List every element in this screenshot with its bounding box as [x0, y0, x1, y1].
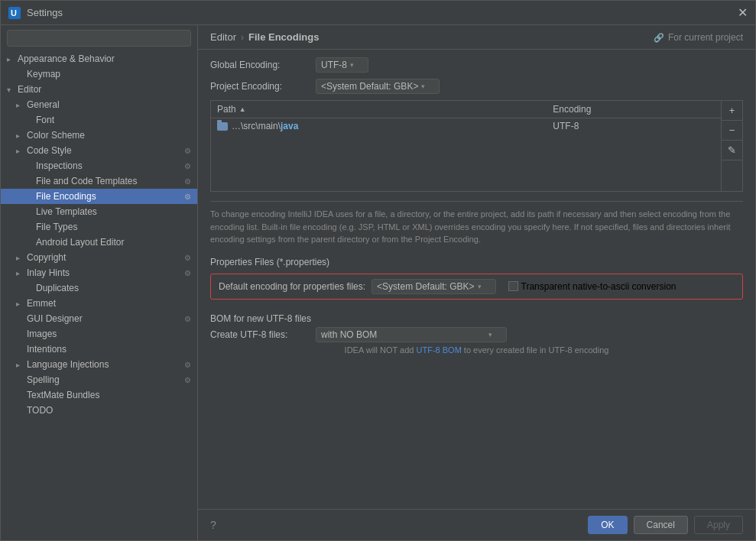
- default-encoding-dropdown[interactable]: <System Default: GBK> ▾: [372, 279, 495, 294]
- breadcrumb-current: File Encodings: [248, 31, 319, 43]
- table-cell-path: …\src\main\java: [211, 118, 547, 134]
- lang-inject-icon: ⚙: [184, 361, 191, 369]
- expand-arrow-code-style: [16, 147, 24, 155]
- sidebar-item-todo[interactable]: TODO: [1, 403, 197, 418]
- properties-box: Default encoding for properties files: <…: [210, 274, 743, 300]
- sidebar-item-label: File Encodings: [36, 191, 96, 202]
- gui-designer-icon: ⚙: [184, 315, 191, 323]
- search-input[interactable]: [7, 30, 191, 47]
- help-button[interactable]: ?: [210, 519, 216, 531]
- sidebar-item-images[interactable]: Images: [1, 326, 197, 342]
- sidebar-item-label: Emmet: [27, 298, 56, 309]
- sidebar-item-editor[interactable]: Editor: [1, 82, 197, 97]
- expand-arrow-appearance: [7, 55, 15, 63]
- project-encoding-value: <System Default: GBK>: [321, 81, 418, 92]
- sidebar-item-label: File Types: [36, 222, 77, 232]
- default-encoding-arrow: ▾: [478, 283, 482, 290]
- global-encoding-label: Global Encoding:: [210, 60, 310, 70]
- table-cell-encoding: UTF-8: [547, 118, 721, 134]
- table-header: Path ▲ Encoding: [211, 101, 721, 118]
- app-icon: U: [8, 7, 21, 19]
- file-encodings-icon: ⚙: [184, 193, 191, 201]
- sidebar-item-file-encodings[interactable]: File Encodings ⚙: [1, 189, 197, 204]
- sidebar-item-gui-designer[interactable]: GUI Designer ⚙: [1, 311, 197, 326]
- sidebar-item-file-code-templates[interactable]: File and Code Templates ⚙: [1, 173, 197, 189]
- ok-button[interactable]: OK: [588, 516, 627, 534]
- sidebar-item-color-scheme[interactable]: Color Scheme: [1, 128, 197, 143]
- sidebar-item-file-types[interactable]: File Types: [1, 219, 197, 235]
- expand-arrow-inlay-hints: [16, 269, 24, 277]
- default-encoding-value: <System Default: GBK>: [377, 281, 474, 292]
- sidebar-item-code-style[interactable]: Code Style ⚙: [1, 143, 197, 158]
- global-encoding-dropdown[interactable]: UTF-8 ▾: [316, 57, 368, 73]
- dialog-body: Appearance & Behavior Keymap Editor Gene…: [1, 25, 755, 540]
- encoding-table-container: Path ▲ Encoding …\src\main\java: [210, 100, 743, 192]
- create-utf8-dropdown[interactable]: with NO BOM ▾: [316, 327, 507, 342]
- sidebar-item-intentions[interactable]: Intentions: [1, 342, 197, 357]
- col-path-header: Path ▲: [211, 101, 547, 118]
- bom-link[interactable]: UTF-8 BOM: [417, 345, 462, 355]
- add-button[interactable]: +: [722, 101, 742, 121]
- sidebar-item-label: Appearance & Behavior: [18, 53, 115, 64]
- project-encoding-label: Project Encoding:: [210, 81, 310, 92]
- create-utf8-label: Create UTF-8 files:: [210, 329, 310, 340]
- edit-button[interactable]: ✎: [722, 141, 742, 160]
- sidebar-item-inlay-hints[interactable]: Inlay Hints ⚙: [1, 265, 197, 280]
- breadcrumb-separator: ›: [241, 32, 244, 43]
- sidebar-item-appearance[interactable]: Appearance & Behavior: [1, 51, 197, 66]
- for-current-project-link[interactable]: 🔗 For current project: [654, 32, 743, 43]
- sidebar-item-duplicates[interactable]: Duplicates: [1, 280, 197, 296]
- sidebar-item-label: Font: [36, 115, 54, 125]
- sidebar-item-android-layout[interactable]: Android Layout Editor: [1, 235, 197, 250]
- main-content: Editor › File Encodings 🔗 For current pr…: [198, 25, 755, 540]
- sidebar-item-font[interactable]: Font: [1, 112, 197, 128]
- sidebar-item-spelling[interactable]: Spelling ⚙: [1, 372, 197, 387]
- remove-button[interactable]: −: [722, 121, 742, 141]
- transparent-checkbox[interactable]: [508, 281, 518, 291]
- transparent-label: Transparent native-to-ascii conversion: [521, 281, 677, 292]
- sidebar-item-label: General: [27, 99, 60, 110]
- bom-section: BOM for new UTF-8 files Create UTF-8 fil…: [210, 309, 743, 355]
- sidebar-item-copyright[interactable]: Copyright ⚙: [1, 250, 197, 265]
- sidebar-item-label: Inlay Hints: [27, 267, 70, 278]
- sidebar-item-general[interactable]: General: [1, 97, 197, 112]
- project-encoding-row: Project Encoding: <System Default: GBK> …: [210, 79, 743, 94]
- sidebar-item-label: Intentions: [27, 344, 67, 355]
- bom-row: Create UTF-8 files: with NO BOM ▾: [210, 327, 743, 342]
- cancel-button[interactable]: Cancel: [634, 516, 688, 534]
- sidebar-item-textmate[interactable]: TextMate Bundles: [1, 387, 197, 403]
- sidebar-item-inspections[interactable]: Inspections ⚙: [1, 158, 197, 173]
- expand-arrow-general: [16, 101, 24, 109]
- table-main: Path ▲ Encoding …\src\main\java: [211, 101, 721, 191]
- sidebar-item-language-injections[interactable]: Language Injections ⚙: [1, 357, 197, 372]
- sidebar-item-live-templates[interactable]: Live Templates: [1, 204, 197, 219]
- sidebar-item-keymap[interactable]: Keymap: [1, 66, 197, 82]
- project-encoding-dropdown[interactable]: <System Default: GBK> ▾: [316, 79, 440, 94]
- expand-arrow-color-scheme: [16, 131, 24, 140]
- bom-section-title: BOM for new UTF-8 files: [210, 313, 743, 324]
- sidebar-item-label: TODO: [27, 405, 53, 416]
- sidebar-item-emmet[interactable]: Emmet: [1, 296, 197, 311]
- copyright-icon: ⚙: [184, 254, 191, 262]
- sidebar-item-label: Language Injections: [27, 359, 109, 370]
- link-icon: 🔗: [654, 33, 664, 42]
- apply-button[interactable]: Apply: [694, 516, 743, 534]
- create-utf8-arrow: ▾: [488, 331, 492, 339]
- table-body: …\src\main\java UTF-8: [211, 118, 721, 134]
- sidebar-item-label: Live Templates: [36, 206, 97, 217]
- expand-arrow-copyright: [16, 254, 24, 262]
- table-actions: + − ✎: [721, 101, 742, 191]
- sidebar-item-label: Images: [27, 329, 57, 339]
- expand-arrow-lang-inject: [16, 361, 24, 369]
- global-encoding-row: Global Encoding: UTF-8 ▾: [210, 57, 743, 73]
- sidebar-item-label: GUI Designer: [27, 313, 83, 324]
- sort-icon: ▲: [239, 105, 246, 113]
- sidebar-item-label: Duplicates: [36, 283, 79, 293]
- transparent-checkbox-row: Transparent native-to-ascii conversion: [508, 281, 677, 292]
- sidebar-item-label: Copyright: [27, 252, 66, 263]
- close-button[interactable]: ✕: [738, 5, 748, 20]
- spelling-icon: ⚙: [184, 376, 191, 384]
- expand-arrow-editor: [7, 86, 15, 94]
- table-row[interactable]: …\src\main\java UTF-8: [211, 118, 721, 134]
- breadcrumb-bar: Editor › File Encodings 🔗 For current pr…: [198, 25, 755, 50]
